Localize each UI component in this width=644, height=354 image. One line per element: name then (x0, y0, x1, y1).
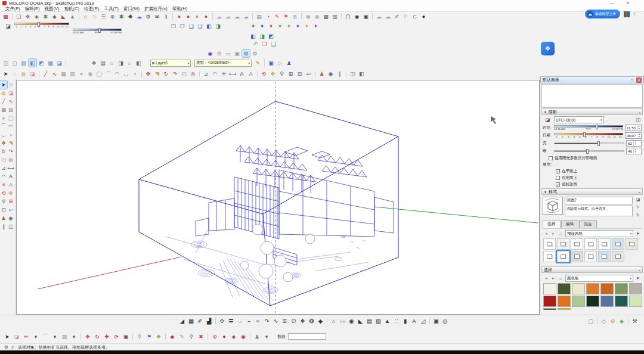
classifier-paint-icon[interactable]: ✎ (254, 59, 262, 67)
pan-tool-icon[interactable]: ✥ (269, 70, 277, 78)
material-swatch[interactable] (543, 296, 556, 307)
fredo-tool-icon-4[interactable]: ✦ (276, 22, 284, 30)
camera-box-icon[interactable]: ▣ (233, 49, 241, 57)
page-setup-icon[interactable]: ▤ (255, 13, 263, 20)
ramp-tool-icon[interactable]: ◿ (419, 317, 427, 325)
component-stamp-icon-1[interactable]: ❒ (169, 22, 177, 30)
section-pin-icon[interactable]: ▴ (639, 268, 640, 272)
axe-tool-icon[interactable]: ⚒ (631, 317, 639, 325)
wireframe-style-icon[interactable]: ▧ (20, 59, 27, 67)
feedback-mail-icon[interactable]: ✉ (153, 13, 161, 20)
cloud-tool-icon-3[interactable]: ☁ (233, 13, 241, 20)
line-tool-icon[interactable]: ╱ (42, 70, 49, 78)
text-tool-icon[interactable]: A (238, 70, 246, 78)
window-grid-icon[interactable]: ▦ (322, 13, 330, 20)
scale-x-icon[interactable]: ✖ (197, 333, 205, 341)
light-value-spinner[interactable]: 62▲▼ (626, 140, 642, 147)
panel-time-slider[interactable]: 04:31 AM 中午 07:38 PM (554, 125, 623, 131)
move-tool-icon[interactable]: ✥ (144, 70, 152, 78)
shadow-toggle-icon[interactable]: ◪ (4, 22, 12, 30)
export-model-icon[interactable]: ◨ (258, 32, 266, 40)
time-slider[interactable]: 04:31 AM 中午 07:38 PM (73, 29, 122, 35)
panel-date-slider[interactable]: 123456789101112 (554, 133, 623, 139)
circle-tool-icon[interactable]: ● (78, 70, 85, 78)
stamp-open-icon[interactable]: ❏ (15, 13, 23, 20)
style-thumb[interactable] (571, 238, 583, 250)
paint-tool-icon[interactable]: ◍ (20, 70, 27, 78)
material-swatch[interactable] (629, 283, 642, 294)
material-swatch[interactable] (572, 283, 585, 294)
style-thumb[interactable] (612, 238, 624, 250)
camera-tool-icon[interactable]: ▣ (362, 13, 370, 20)
enscape-icon[interactable]: e (82, 13, 89, 20)
gem-red-blue-icon[interactable]: ◈ (230, 333, 238, 341)
material-swatch[interactable] (543, 283, 556, 294)
rectangle-tool-icon[interactable]: ▦ (0, 105, 7, 114)
follow-me-tool-icon[interactable]: ↷ (171, 70, 179, 78)
settings-gears-icon[interactable]: ⚙ (144, 13, 152, 20)
panel-header[interactable]: 默认面板 ▫ ✕ (540, 76, 644, 83)
zoom-tool-icon[interactable]: ⚲ (0, 197, 7, 206)
light-slider-handle[interactable] (597, 141, 600, 146)
rotated-rectangle-tool-icon[interactable]: ▨ (7, 105, 14, 114)
time-slider-handle[interactable] (98, 28, 101, 33)
material-swatch[interactable] (558, 308, 571, 310)
style-thumb[interactable] (584, 251, 597, 262)
walk-tool-icon[interactable]: ∥ (336, 70, 343, 78)
style-details-icon[interactable]: ➤ (635, 231, 641, 237)
s4u-logo-icon[interactable]: S (291, 13, 299, 20)
timezone-dropdown[interactable]: UTC+08:00▾ (554, 116, 604, 123)
two-point-arc-tool-icon[interactable]: ◠ (7, 122, 14, 131)
tab[interactable]: 混合 (579, 220, 597, 228)
blue-box-icon[interactable]: ▣ (267, 59, 275, 67)
rotated-rectangle-tool-icon[interactable]: ▨ (69, 70, 76, 78)
scale-tool-icon[interactable]: ◰ (0, 156, 7, 164)
freehand-tool-icon[interactable]: ∿ (7, 97, 14, 105)
component-stamp-icon-5[interactable]: ◧ (205, 22, 213, 30)
cloud-tool-icon-1[interactable]: ☁ (215, 13, 223, 20)
component-stamp-icon-2[interactable]: ❐ (178, 22, 186, 30)
fredo-tool-icon-6[interactable]: ✦ (294, 22, 302, 30)
cylinder-icon[interactable]: ⊚ (304, 13, 312, 20)
component-stamp-icon-4[interactable]: ❏ (196, 22, 204, 30)
iso-view-icon[interactable]: ❖ (90, 59, 98, 67)
person-upload-icon[interactable]: ♟ (285, 59, 293, 67)
home-icon[interactable]: ⌂ (558, 231, 564, 237)
previous-view-icon[interactable]: ↩ (305, 70, 312, 78)
section-plane-icon[interactable]: ◫ (7, 222, 14, 231)
arc-tool-icon[interactable]: ⌒ (104, 70, 112, 78)
date-value-spinner[interactable]: 06/07▲▼ (625, 132, 642, 139)
move-tool-icon[interactable]: ✥ (0, 139, 7, 147)
style-name-field[interactable]: 消隐2 (565, 197, 633, 204)
material-swatch[interactable] (615, 283, 628, 294)
scale-tool-icon[interactable]: ◰ (180, 70, 188, 78)
shield-icon[interactable]: ◇ (600, 317, 608, 325)
pages-icon[interactable]: ▢ (587, 317, 595, 325)
3d-text-tool-icon[interactable]: A (7, 181, 14, 189)
rotate-tool-icon[interactable]: ↻ (162, 70, 170, 78)
label-tool-icon[interactable]: A (410, 317, 418, 325)
import-model-icon[interactable]: ◧ (249, 32, 257, 40)
section-fill-icon[interactable]: ◧ (358, 70, 366, 78)
rect-tools-caret-icon[interactable]: ▾ (70, 333, 78, 341)
rotate-tool-icon[interactable]: ↻ (0, 147, 7, 156)
style-thumb[interactable] (571, 251, 583, 262)
dot-red-icon[interactable]: ● (220, 333, 228, 341)
style-shadow-icon[interactable]: ◪ (635, 197, 641, 203)
two-point-arc-tool-icon[interactable]: ◠ (113, 70, 121, 78)
fredo-tool-icon-2[interactable]: ✦ (258, 22, 266, 30)
sandbox-from-scratch-icon[interactable]: 〓 (227, 317, 235, 325)
arc-tools-caret-icon[interactable]: ▾ (51, 333, 59, 341)
menu-item[interactable]: 相机(C) (62, 6, 82, 12)
fredo-tool-icon-3[interactable]: ✦ (267, 22, 275, 30)
zoom-window-icon[interactable]: ⊞ (7, 197, 14, 206)
style-thumb[interactable] (557, 251, 569, 262)
disc-tool-icon[interactable]: ◎ (441, 317, 449, 325)
push-pull-tool-icon[interactable]: ◥ (153, 70, 161, 78)
shaded-style-icon[interactable]: ◩ (38, 59, 45, 67)
style-thumb[interactable] (598, 238, 611, 250)
ellipse-tool-icon[interactable]: ◉ (86, 70, 94, 78)
pen-ruler-icon[interactable]: ✐ (196, 317, 204, 325)
sandbox-from-contours-icon[interactable]: ✣ (218, 317, 226, 325)
style-thumb[interactable] (557, 238, 569, 250)
